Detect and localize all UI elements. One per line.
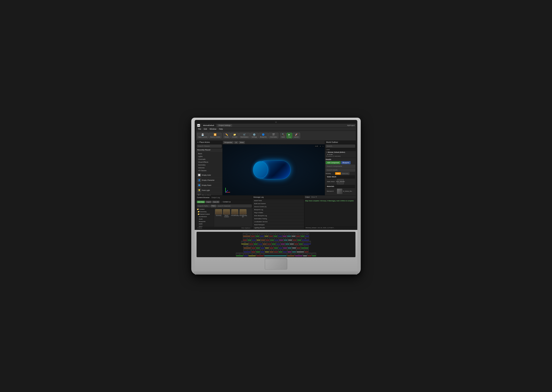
key-s[interactable]: S: [256, 245, 260, 248]
key-m[interactable]: M: [279, 249, 283, 252]
play-button[interactable]: ▶ Play: [286, 133, 292, 138]
tree-content[interactable]: 📁Content: [196, 208, 214, 210]
msg-play-in-editor[interactable]: Play In Editor: [253, 211, 304, 214]
cb-tab-content[interactable]: Content Browser: [197, 196, 210, 198]
asset-folder-starter[interactable]: Starter Content: [223, 209, 230, 217]
key-9[interactable]: 9: [284, 237, 288, 240]
key-f8[interactable]: F8: [282, 233, 286, 236]
category-volumes[interactable]: Volumes: [197, 167, 221, 169]
key-f1[interactable]: F1: [251, 233, 255, 236]
key-e[interactable]: E: [258, 241, 262, 244]
key-up[interactable]: ↑: [304, 249, 308, 252]
key-f9[interactable]: F9: [287, 233, 291, 236]
lit-button[interactable]: Lit: [234, 141, 238, 144]
category-basic[interactable]: Basic: [197, 152, 221, 155]
key-h[interactable]: H: [274, 245, 278, 248]
key-1[interactable]: 1: [247, 237, 252, 240]
actor-item-point-light[interactable]: 💡 Point Light: [196, 188, 222, 193]
key-lshift[interactable]: ⇧: [244, 249, 251, 252]
key-left[interactable]: ←: [303, 253, 307, 256]
mobility-stationary-button[interactable]: Stationary: [341, 172, 349, 175]
actor-item-empty-character[interactable]: 👤 Empty Character: [196, 178, 222, 183]
key-z[interactable]: Z: [251, 249, 255, 252]
source-control-button[interactable]: 🔀 Source Control: [209, 133, 221, 138]
key-7[interactable]: 7: [274, 237, 279, 240]
key-f3[interactable]: F3: [260, 233, 264, 236]
key-tilde[interactable]: `: [243, 237, 247, 240]
category-lights[interactable]: Lights: [197, 155, 221, 158]
tree-architecture[interactable]: Architecture: [196, 215, 214, 218]
key-esc[interactable]: esc: [243, 233, 250, 236]
key-f11[interactable]: F11: [296, 233, 300, 236]
key-j[interactable]: J: [279, 245, 283, 248]
actor-item-player-start[interactable]: ▶ Player Start: [196, 193, 222, 195]
key-t[interactable]: T: [267, 241, 271, 244]
key-a[interactable]: A: [251, 245, 255, 248]
key-x[interactable]: X: [256, 249, 260, 252]
key-plus[interactable]: =: [297, 237, 301, 240]
key-g[interactable]: G: [269, 245, 273, 248]
key-ctrl[interactable]: ctrl: [236, 253, 244, 256]
save-current-button[interactable]: 💾 Save Current: [197, 133, 208, 138]
key-q[interactable]: Q: [249, 241, 253, 244]
key-ralt[interactable]: alt: [287, 253, 295, 256]
key-i[interactable]: I: [281, 241, 285, 244]
msg-blueprint-log[interactable]: Blueprint Log: [253, 208, 304, 211]
details-search-input[interactable]: [326, 165, 355, 168]
key-semicolon[interactable]: ;: [292, 245, 296, 248]
outliner-item-audio[interactable]: ▶ Audio: [325, 154, 356, 155]
cb-view-options[interactable]: View Options +: [241, 227, 251, 229]
key-4[interactable]: 4: [261, 237, 265, 240]
menu-window[interactable]: Window: [208, 128, 217, 131]
show-button[interactable]: Show: [239, 141, 245, 144]
key-f12[interactable]: F12: [300, 233, 305, 236]
key-f10[interactable]: F10: [291, 233, 296, 236]
tree-audio[interactable]: Audio: [196, 218, 214, 220]
key-8[interactable]: 8: [279, 237, 283, 240]
viewport-canvas[interactable]: 0:25 4 1: [223, 144, 325, 195]
launch-button[interactable]: 🚀 Launch: [293, 133, 300, 138]
touchpad[interactable]: [265, 258, 287, 270]
category-cinematic[interactable]: Cinematic: [197, 158, 221, 161]
key-f2[interactable]: F2: [255, 233, 259, 236]
tree-blueprints[interactable]: Blueprints: [196, 220, 214, 223]
tree-maps[interactable]: Maps: [196, 225, 214, 227]
key-v[interactable]: V: [265, 249, 269, 252]
marketplace-button[interactable]: 🛒 Marketplace: [239, 133, 250, 138]
log-output-tab[interactable]: Output: [305, 196, 310, 198]
modes-button[interactable]: ✏️ Modes: [223, 133, 231, 138]
category-geometry[interactable]: Geometry: [197, 164, 221, 166]
msg-lighting[interactable]: Lighting Results: [253, 226, 304, 229]
outliner-item-root[interactable]: ▼ Minimal_Default (Editor): [325, 151, 356, 154]
key-b[interactable]: B: [269, 249, 273, 252]
key-period[interactable]: .: [287, 249, 292, 252]
key-del[interactable]: del: [305, 233, 309, 236]
actor-item-empty-actor[interactable]: ⬜ Empty Actor: [196, 173, 222, 178]
key-comma[interactable]: ,: [283, 249, 287, 252]
key-y[interactable]: Y: [272, 241, 276, 244]
key-c[interactable]: C: [260, 249, 265, 252]
key-minus[interactable]: -: [293, 237, 297, 240]
msg-localization[interactable]: Localization Service: [253, 220, 304, 223]
title-tab-1[interactable]: MinimalDefault: [202, 124, 216, 127]
key-win[interactable]: ⊞: [248, 253, 256, 256]
key-down[interactable]: ↓: [307, 253, 312, 256]
key-3[interactable]: 3: [256, 237, 261, 240]
key-o[interactable]: O: [285, 241, 289, 244]
menu-help[interactable]: Help: [218, 128, 224, 131]
key-right[interactable]: →: [312, 253, 316, 256]
log-show-button[interactable]: Show ▼: [311, 196, 317, 198]
key-alt[interactable]: alt: [256, 253, 264, 256]
perspective-button[interactable]: Perspective: [223, 141, 233, 144]
blueprint-button[interactable]: Blueprint: [341, 161, 350, 164]
key-w[interactable]: W: [254, 241, 258, 244]
cb-filter-button[interactable]: Filters: [210, 204, 217, 208]
cb-path-search[interactable]: [197, 204, 210, 208]
key-fn[interactable]: fn: [244, 253, 248, 256]
key-quote[interactable]: ': [297, 245, 301, 248]
add-component-button[interactable]: Add Component: [326, 161, 341, 164]
key-f[interactable]: F: [265, 245, 269, 248]
key-capslock[interactable]: caps: [244, 245, 251, 248]
key-space[interactable]: [264, 253, 287, 256]
content-button[interactable]: 📁 Content: [231, 133, 239, 138]
